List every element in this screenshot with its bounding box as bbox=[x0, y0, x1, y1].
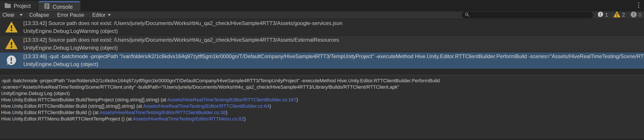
tab-label: Console bbox=[53, 4, 73, 10]
log-list: [13:33:42] Source path does not exist: /… bbox=[0, 19, 644, 75]
search-icon bbox=[465, 12, 470, 18]
error-pause-label: Error Pause bbox=[57, 12, 84, 18]
log-message: [13:33:42] Source path does not exist: /… bbox=[23, 36, 644, 44]
source-link[interactable]: Assets/HiveRealTimeTesting/Editor/RTTCli… bbox=[100, 110, 226, 115]
error-count: 0 bbox=[638, 12, 641, 18]
log-callsite: UnityEngine.Debug:LogWarning (object) bbox=[23, 44, 644, 52]
detail-text: Hive.Unity.Editor.RTTClientBuilder:Build… bbox=[1, 110, 100, 115]
detail-text: UnityEngine.Debug:Log (object) bbox=[1, 91, 70, 96]
detail-text: Hive.Unity.Editor.RTTClientBuilder:Build… bbox=[1, 103, 143, 109]
tab-bar: Project Console bbox=[0, 0, 644, 11]
info-count: 1 bbox=[605, 12, 608, 18]
source-link[interactable]: Assets/HiveRealTimeTesting/Editor/RTTCli… bbox=[143, 103, 269, 109]
console-icon bbox=[44, 3, 50, 10]
search-input[interactable] bbox=[471, 12, 590, 18]
log-list-empty-area bbox=[0, 69, 644, 75]
search-box[interactable] bbox=[462, 12, 593, 18]
toolbar-spacer bbox=[115, 11, 462, 19]
info-bubble-icon bbox=[5, 55, 17, 67]
log-entry-warning-2[interactable]: [13:33:42] Source path does not exist: /… bbox=[0, 35, 644, 52]
log-detail-pane: -quit -batchmode -projectPath "/var/fold… bbox=[0, 75, 644, 140]
warning-triangle-icon bbox=[5, 38, 18, 50]
source-link[interactable]: Assets/HiveRealTimeTesting/Editor/RTTCli… bbox=[168, 97, 296, 102]
editor-label: Editor bbox=[92, 12, 106, 18]
detail-text: -quit -batchmode -projectPath "/var/fold… bbox=[1, 78, 440, 83]
unity-console-window: Project Console Clear Collapse Error Pau… bbox=[0, 0, 644, 140]
tab-console[interactable]: Console bbox=[38, 1, 80, 11]
collapse-toggle[interactable]: Collapse bbox=[25, 11, 53, 19]
chevron-down-icon bbox=[108, 14, 111, 16]
detail-text: -scenes="Assets/HiveRealTimeTesting/Scen… bbox=[1, 84, 399, 90]
detail-text: ) bbox=[244, 116, 246, 122]
info-count-toggle[interactable]: 1 bbox=[594, 11, 611, 19]
log-callsite: UnityEngine.Debug:LogWarning (object) bbox=[23, 27, 644, 35]
log-count-filters: 1 2 0 bbox=[594, 11, 644, 19]
detail-text: Hive.Unity.Editor.RTTMenu:BuildRTTClient… bbox=[1, 116, 133, 122]
detail-line: UnityEngine.Debug:Log (object) bbox=[1, 90, 642, 97]
console-toolbar: Clear Collapse Error Pause Editor bbox=[0, 11, 644, 19]
log-callsite: UnityEngine.Debug:Log (object) bbox=[23, 60, 644, 68]
chevron-down-icon bbox=[20, 14, 23, 16]
warning-triangle-icon bbox=[614, 11, 620, 19]
log-message: [13:33:46] -quit -batchmode -projectPath… bbox=[23, 53, 644, 60]
error-pause-toggle[interactable]: Error Pause bbox=[53, 11, 88, 19]
detail-text: ) bbox=[269, 103, 271, 109]
source-link[interactable]: Assets/HiveRealTimeTesting/Editor/RTTMen… bbox=[133, 116, 244, 122]
window-bottom-edge bbox=[0, 139, 644, 140]
tab-project[interactable]: Project bbox=[0, 1, 38, 11]
kebab-menu-icon[interactable] bbox=[637, 1, 640, 9]
detail-line: -quit -batchmode -projectPath "/var/fold… bbox=[1, 77, 642, 84]
warning-count: 2 bbox=[622, 12, 625, 18]
stack-frame-line: Hive.Unity.Editor.RTTMenu:BuildRTTClient… bbox=[1, 116, 642, 122]
folder-icon bbox=[4, 3, 11, 9]
log-entry-warning-1[interactable]: [13:33:42] Source path does not exist: /… bbox=[0, 19, 644, 35]
error-count-toggle[interactable]: 0 bbox=[628, 11, 644, 19]
stack-frame-line: Hive.Unity.Editor.RTTClientBuilder:Build… bbox=[1, 109, 642, 116]
stack-frame-line: Hive.Unity.Editor.RTTClientBuilder:Build… bbox=[1, 103, 642, 109]
editor-dropdown[interactable]: Editor bbox=[88, 11, 115, 19]
warning-triangle-icon bbox=[5, 21, 18, 33]
log-entry-info-selected[interactable]: [13:33:46] -quit -batchmode -projectPath… bbox=[0, 52, 644, 69]
detail-line: -scenes="Assets/HiveRealTimeTesting/Scen… bbox=[1, 84, 642, 90]
clear-label: Clear bbox=[2, 12, 14, 18]
tab-label: Project bbox=[14, 3, 31, 9]
detail-text: Hive.Unity.Editor.RTTClientBuilder:Build… bbox=[1, 97, 168, 102]
clear-dropdown-button[interactable] bbox=[17, 11, 25, 19]
clear-button[interactable]: Clear bbox=[0, 11, 17, 19]
detail-text: ) bbox=[226, 110, 227, 115]
detail-text: ) bbox=[296, 97, 298, 102]
info-bubble-icon bbox=[597, 11, 604, 19]
collapse-label: Collapse bbox=[29, 12, 49, 18]
stack-frame-line: Hive.Unity.Editor.RTTClientBuilder:Build… bbox=[1, 97, 642, 103]
log-message: [13:33:42] Source path does not exist: /… bbox=[23, 19, 644, 27]
warning-count-toggle[interactable]: 2 bbox=[610, 11, 628, 19]
error-octagon-icon bbox=[630, 11, 637, 19]
